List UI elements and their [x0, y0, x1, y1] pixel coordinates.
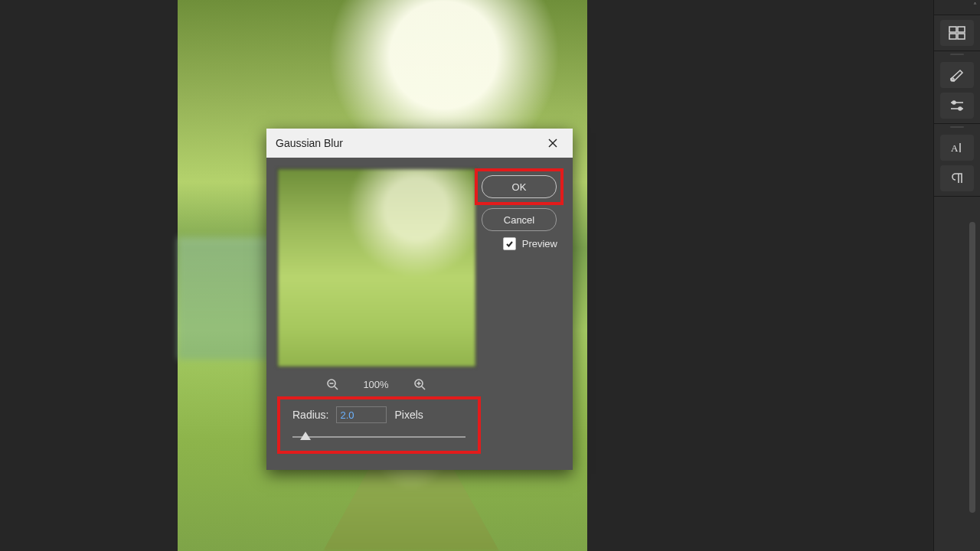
dialog-title: Gaussian Blur: [276, 137, 537, 149]
checkmark-icon: [505, 240, 514, 248]
zoom-value: 100%: [363, 379, 388, 390]
dialog-titlebar[interactable]: Gaussian Blur: [266, 129, 573, 158]
rail-scrollbar-thumb[interactable]: [969, 222, 975, 513]
svg-rect-1: [958, 27, 965, 32]
rail-scroll-up[interactable]: ˄: [934, 0, 980, 15]
zoom-out-button[interactable]: [325, 377, 340, 392]
svg-rect-0: [949, 27, 956, 32]
ok-highlight-box: OK: [475, 168, 564, 205]
zoom-in-button[interactable]: [412, 377, 427, 392]
svg-text:A: A: [951, 142, 959, 154]
dialog-close-button[interactable]: [537, 132, 568, 155]
slider-track: [292, 436, 466, 438]
rail-scrollbar[interactable]: [969, 15, 978, 549]
svg-rect-2: [949, 34, 956, 39]
cancel-button[interactable]: Cancel: [482, 208, 557, 231]
svg-rect-3: [958, 34, 965, 39]
radius-slider[interactable]: [292, 434, 466, 440]
radius-unit-label: Pixels: [394, 409, 423, 421]
svg-line-17: [422, 386, 425, 390]
svg-line-14: [335, 386, 338, 390]
svg-point-6: [952, 101, 956, 104]
right-panel-rail: ˄ A: [933, 0, 980, 551]
blur-preview-thumbnail[interactable]: [277, 168, 476, 367]
preview-checkbox[interactable]: [503, 237, 516, 250]
svg-point-8: [959, 107, 962, 110]
radius-label: Radius:: [292, 409, 328, 421]
ok-button[interactable]: OK: [482, 175, 557, 198]
zoom-out-icon: [326, 378, 338, 390]
caret-up-icon: ˄: [969, 0, 980, 11]
radius-input[interactable]: [336, 406, 387, 423]
radius-highlight-box: Radius: Pixels: [277, 396, 481, 454]
gaussian-blur-dialog: Gaussian Blur 100% OK Cancel Preview: [266, 129, 573, 470]
preview-checkbox-label: Preview: [522, 238, 557, 249]
slider-thumb[interactable]: [300, 432, 311, 440]
close-icon: [547, 138, 558, 148]
zoom-in-icon: [413, 378, 426, 390]
